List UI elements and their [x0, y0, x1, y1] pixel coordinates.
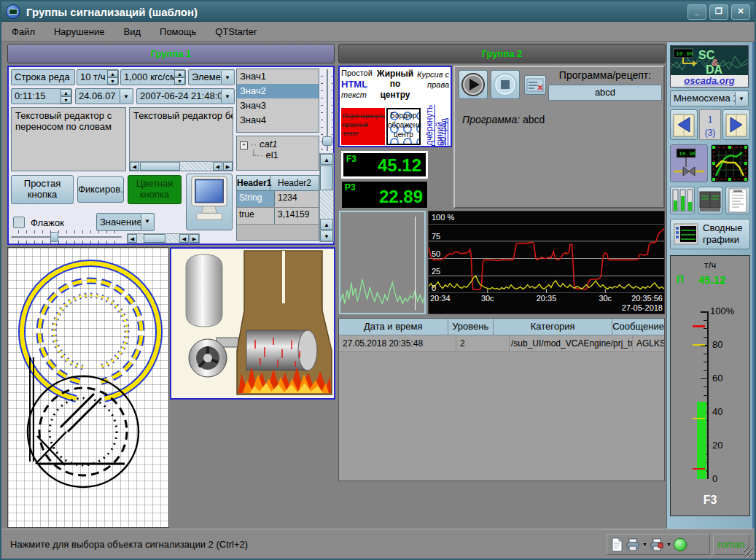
- scroll-down-icon[interactable]: ▼: [320, 230, 333, 241]
- text-editor-nowrap[interactable]: Текстовый редактор без пер ◀ ◀ ▶: [129, 107, 233, 171]
- vertical-slider[interactable]: [321, 69, 334, 151]
- spin-up-icon[interactable]: ▲: [61, 89, 71, 96]
- events-header-level[interactable]: Уровень: [448, 319, 494, 335]
- toggle-button[interactable]: Фиксиров.: [77, 176, 124, 203]
- play-button[interactable]: [459, 70, 488, 99]
- scrollbar-thumb[interactable]: [144, 234, 165, 243]
- spin-down-icon[interactable]: ▼: [61, 96, 71, 104]
- spin-up-icon[interactable]: ▲: [174, 70, 185, 77]
- prev-page-button[interactable]: [670, 109, 698, 140]
- maximize-button[interactable]: ❐: [709, 4, 728, 20]
- minimize-button[interactable]: _: [687, 4, 706, 20]
- scroll-up-icon[interactable]: ▲: [320, 154, 333, 165]
- scroll-up-icon[interactable]: ▲: [320, 219, 333, 230]
- element-combobox[interactable]: Элемент ▼: [188, 69, 235, 85]
- horizontal-slider[interactable]: [11, 230, 122, 244]
- slider-handle[interactable]: [322, 136, 332, 146]
- program-recipe-field[interactable]: abcd: [548, 85, 662, 101]
- time-spinbox[interactable]: 0:11:15 ▲ ▼: [11, 88, 72, 104]
- events-row[interactable]: 27.05.2018 20:35:48 2 /sub_UI/mod_VCAEng…: [339, 335, 664, 352]
- close-button[interactable]: ✕: [731, 4, 750, 20]
- oscada-url[interactable]: oscada.org: [671, 75, 748, 87]
- scroll-left-icon[interactable]: ◀: [130, 162, 139, 171]
- table-cell[interactable]: 1234: [275, 191, 319, 207]
- documents-button[interactable]: [698, 187, 722, 214]
- chevron-down-icon[interactable]: ▼: [735, 92, 747, 105]
- sidebar-scroll-strip[interactable]: [752, 42, 756, 529]
- colored-button[interactable]: Цветная кнопка: [128, 175, 182, 204]
- form-vscrollbar[interactable]: ▲ ▲ ▼: [319, 153, 334, 242]
- table-header[interactable]: Header1: [237, 176, 270, 190]
- events-table[interactable]: Дата и время Уровень Категория Сообщение…: [338, 318, 665, 481]
- menu-item-help[interactable]: Помощь: [160, 26, 196, 37]
- events-header-message[interactable]: Сообщение: [612, 319, 664, 335]
- chevron-down-icon[interactable]: ▼: [221, 71, 233, 84]
- scroll-left-icon[interactable]: ◀: [213, 162, 222, 171]
- events-header-datetime[interactable]: Дата и время: [339, 319, 448, 335]
- scroll-right-icon[interactable]: ▶: [190, 234, 199, 243]
- editor-hscrollbar[interactable]: ◀ ◀ ▶: [130, 161, 233, 171]
- graphs-button[interactable]: [711, 144, 749, 182]
- list-item[interactable]: Знач3: [237, 98, 319, 113]
- table-header[interactable]: Header2: [270, 176, 319, 190]
- export-printer-icon[interactable]: [650, 537, 664, 552]
- bar-gauges-button[interactable]: [670, 187, 695, 214]
- event-datetime[interactable]: 27.05.2018 20:35:48: [339, 335, 456, 351]
- f3-value-display[interactable]: F3 45.12: [341, 151, 428, 179]
- pressure-spinbox[interactable]: 1,000 кгс/см2 ▲ ▼: [120, 69, 186, 85]
- resize-grip[interactable]: [744, 548, 753, 557]
- value3-combobox[interactable]: Значение3 ▼: [96, 213, 155, 231]
- checkbox[interactable]: [13, 217, 25, 228]
- spin-down-icon[interactable]: ▼: [107, 77, 118, 85]
- list-item[interactable]: Знач4: [237, 113, 319, 128]
- next-page-button[interactable]: [722, 109, 750, 140]
- table-cell[interactable]: 3,14159: [275, 208, 319, 224]
- tree-view[interactable]: + ·· cat1 └·· el1: [236, 136, 319, 171]
- list-item[interactable]: Знач1: [237, 69, 319, 84]
- value-list[interactable]: Знач1 Знач2 Знач3 Знач4: [236, 69, 319, 133]
- chevron-down-icon[interactable]: ▼: [221, 90, 233, 103]
- text-editor-wrap[interactable]: Текстовый редактор с переносом по словам: [11, 107, 126, 171]
- mnemo-button[interactable]: 10.95: [670, 144, 708, 182]
- monitor-image-button[interactable]: [186, 174, 233, 230]
- scrollbar-thumb[interactable]: [320, 166, 333, 190]
- stop-button[interactable]: [491, 70, 520, 99]
- line-edit[interactable]: Строка реда: [11, 69, 75, 85]
- tree-item-element[interactable]: └·· el1: [240, 149, 316, 160]
- printer-icon[interactable]: [626, 537, 640, 552]
- chevron-down-icon[interactable]: ▼: [120, 90, 132, 103]
- tree-item-category[interactable]: + ·· cat1: [240, 139, 316, 149]
- menu-item-file[interactable]: Файл: [12, 26, 35, 37]
- p3-value-display[interactable]: P3 22.89: [341, 181, 428, 209]
- title-bar[interactable]: Группы сигнализаций (шаблон) _ ❐ ✕: [1, 1, 755, 22]
- document-button[interactable]: [725, 187, 750, 214]
- scroll-right-icon[interactable]: ▶: [223, 162, 233, 171]
- table-cell[interactable]: String: [237, 191, 275, 207]
- event-message[interactable]: AGLKS > Инте...: [633, 335, 664, 351]
- simple-button[interactable]: Простая кнопка: [11, 175, 74, 204]
- demo-table[interactable]: Header1 Header2 String 1234 true 3,14159: [236, 175, 319, 241]
- spin-up-icon[interactable]: ▲: [107, 70, 118, 77]
- chevron-down-icon[interactable]: ▼: [666, 542, 671, 547]
- document-icon[interactable]: [610, 537, 623, 552]
- scheme-combobox[interactable]: Мнемосхема 1 (' ▼: [670, 90, 749, 106]
- date-combobox[interactable]: 24.06.07 ▼: [75, 88, 133, 104]
- tree-expand-icon[interactable]: +: [240, 141, 248, 149]
- chevron-down-icon[interactable]: ▼: [141, 214, 153, 230]
- menu-item-view[interactable]: Вид: [124, 26, 141, 37]
- chevron-down-icon[interactable]: ▼: [642, 542, 647, 547]
- program-list-button[interactable]: [524, 75, 546, 95]
- menu-item-violation[interactable]: Нарушение: [54, 26, 105, 37]
- summary-graphs-button[interactable]: Сводные графики: [670, 219, 750, 249]
- tab-group1[interactable]: Группа 1: [7, 44, 335, 63]
- event-level[interactable]: 2: [456, 335, 510, 351]
- form-hscrollbar[interactable]: ◀ ◀ ▶: [127, 233, 200, 244]
- scroll-left-icon[interactable]: ◀: [179, 234, 189, 243]
- menu-item-qtstarter[interactable]: QTStarter: [215, 26, 257, 37]
- flow-spinbox[interactable]: 10 т/ч ▲ ▼: [77, 69, 119, 85]
- slider-handle[interactable]: [50, 232, 58, 242]
- scrollbar-thumb[interactable]: [140, 162, 180, 171]
- events-header-category[interactable]: Категория: [494, 319, 612, 335]
- list-item-selected[interactable]: Знач2: [237, 84, 319, 98]
- scroll-left-icon[interactable]: ◀: [128, 234, 137, 243]
